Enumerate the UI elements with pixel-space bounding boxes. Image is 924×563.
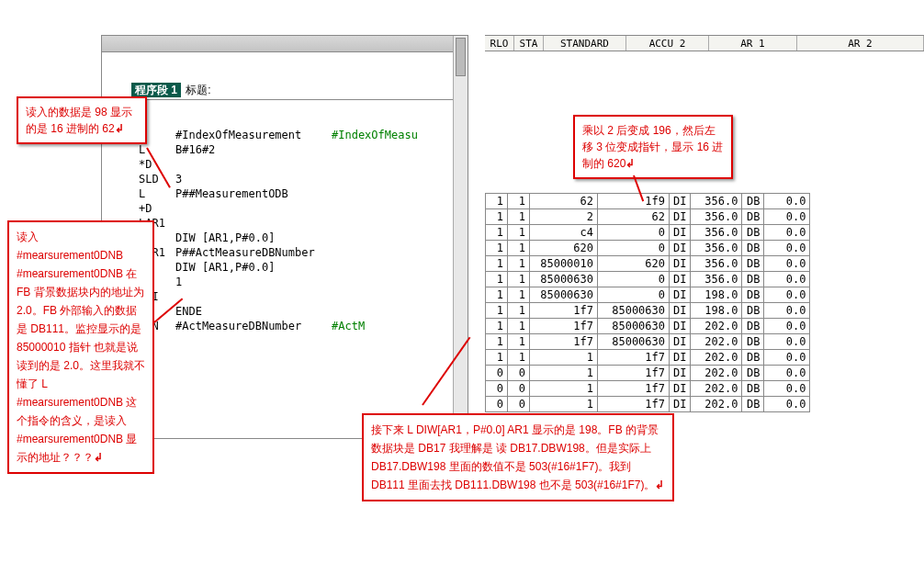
callout-top-right: 乘以 2 后变成 196，然后左移 3 位变成指针，显示 16 进制的 620↲ (573, 115, 733, 179)
table-row[interactable]: 11c40DI356.0DB0.0 (486, 225, 810, 241)
table-row[interactable]: 11850006300DI198.0DB0.0 (486, 287, 810, 303)
code-line[interactable]: LB#16#2 (139, 142, 462, 157)
code-body[interactable]: L#IndexOfMeasurement#IndexOfMeasuLB#16#2… (102, 100, 468, 339)
cell: c4 (530, 225, 598, 241)
callout-top-left: 读入的数据是 98 显示的是 16 进制的 62↲ (17, 96, 147, 144)
cell: 1 (508, 272, 530, 287)
cell: 1 (508, 319, 530, 334)
cell: 85000630 (598, 303, 670, 319)
cell: 85000630 (530, 287, 598, 303)
cell: 1 (530, 381, 598, 397)
cell: 356.0 (691, 209, 742, 225)
code-line[interactable]: *D (139, 157, 462, 172)
cell: 0.0 (764, 334, 810, 350)
cell: 2 (530, 209, 598, 225)
cell: 1 (486, 287, 508, 303)
cell: 0.0 (764, 381, 810, 397)
cell: 1 (508, 194, 530, 209)
code-line[interactable]: L#IndexOfMeasurement#IndexOfMeasu (139, 128, 462, 142)
table-row[interactable]: 0011f7DI202.0DB0.0 (486, 397, 810, 412)
cell: 198.0 (691, 303, 742, 319)
cell: 0.0 (764, 303, 810, 319)
cell: 0 (486, 366, 508, 381)
cell: 356.0 (691, 225, 742, 241)
code-line[interactable]: LAR1P##ActMeasureDBNumber (139, 245, 462, 260)
table-row[interactable]: 116200DI356.0DB0.0 (486, 241, 810, 256)
cell: 1 (486, 225, 508, 241)
table-row[interactable]: 1111f7DI202.0DB0.0 (486, 350, 810, 366)
hdr-rlo: RLO (485, 36, 514, 51)
table-row[interactable]: 11850006300DI356.0DB0.0 (486, 272, 810, 287)
cell: DI (670, 272, 691, 287)
code-line[interactable]: SLD3 (139, 172, 462, 186)
cell: DI (670, 397, 691, 412)
cell: DI (670, 334, 691, 350)
cell: 1 (508, 287, 530, 303)
table-row[interactable]: 11262DI356.0DB0.0 (486, 209, 810, 225)
vertical-scrollbar[interactable] (453, 36, 468, 438)
cell: DI (670, 194, 691, 209)
table-row[interactable]: 0011f7DI202.0DB0.0 (486, 381, 810, 397)
cell: 1 (508, 334, 530, 350)
cell: 0.0 (764, 225, 810, 241)
cell: 0 (508, 381, 530, 397)
cell: 1f7 (598, 350, 670, 366)
table-row[interactable]: 0011f7DI202.0DB0.0 (486, 366, 810, 381)
cell: 1 (530, 366, 598, 381)
cell: 0 (598, 225, 670, 241)
code-line[interactable]: OPN#ActMeasureDBNumber#ActM (139, 319, 462, 333)
cell: DB (742, 241, 764, 256)
code-arg: 3 (175, 172, 332, 186)
table-row[interactable]: 1185000010620DI356.0DB0.0 (486, 256, 810, 272)
cell: DI (670, 225, 691, 241)
cell: DB (742, 287, 764, 303)
cell: DI (670, 287, 691, 303)
cell: 85000630 (530, 272, 598, 287)
code-line[interactable]: TDIW [AR1,P#0.0] (139, 260, 462, 275)
cell: 85000010 (530, 256, 598, 272)
cell: DB (742, 334, 764, 350)
cell: 0.0 (764, 397, 810, 412)
table-row[interactable]: 11621f9DI356.0DB0.0 (486, 194, 810, 209)
cell: 1 (508, 350, 530, 366)
cell: DI (670, 366, 691, 381)
cell: 1f7 (530, 334, 598, 350)
hdr-standard: STANDARD (544, 36, 626, 51)
hdr-accu2: ACCU 2 (626, 36, 709, 51)
code-line[interactable]: LAR1 (139, 216, 462, 231)
table-row[interactable]: 111f785000630DI202.0DB0.0 (486, 319, 810, 334)
code-op: L (139, 142, 175, 157)
cell: 0.0 (764, 272, 810, 287)
table-row[interactable]: 111f785000630DI198.0DB0.0 (486, 303, 810, 319)
cell: 62 (530, 194, 598, 209)
cell: 620 (530, 241, 598, 256)
code-line[interactable]: L1 (139, 275, 462, 289)
code-line[interactable]: JCENDE (139, 304, 462, 319)
cell: 202.0 (691, 381, 742, 397)
cell: 1f7 (530, 319, 598, 334)
code-line[interactable]: ==I (139, 289, 462, 304)
table-row[interactable]: 111f785000630DI202.0DB0.0 (486, 334, 810, 350)
cell: DB (742, 350, 764, 366)
cell: 0 (598, 272, 670, 287)
cell: 202.0 (691, 319, 742, 334)
code-line[interactable]: LP##MeasurementODB (139, 186, 462, 201)
cell: 1f7 (530, 303, 598, 319)
cell: DI (670, 256, 691, 272)
cell: 356.0 (691, 272, 742, 287)
cell: DB (742, 209, 764, 225)
cell: DB (742, 319, 764, 334)
cell: 1 (486, 194, 508, 209)
code-line[interactable]: LDIW [AR1,P#0.0] (139, 231, 462, 245)
code-op: L (139, 186, 175, 201)
cell: 1 (486, 350, 508, 366)
cell: DB (742, 366, 764, 381)
callout-left: 读入 #mearsurement0DNB #mearsurement0DNB 在… (7, 220, 154, 474)
cell: 62 (598, 209, 670, 225)
cell: DI (670, 241, 691, 256)
code-line[interactable]: +D (139, 201, 462, 216)
cell: 356.0 (691, 256, 742, 272)
cell: 0.0 (764, 366, 810, 381)
cell: 0 (486, 397, 508, 412)
cell: DI (670, 350, 691, 366)
